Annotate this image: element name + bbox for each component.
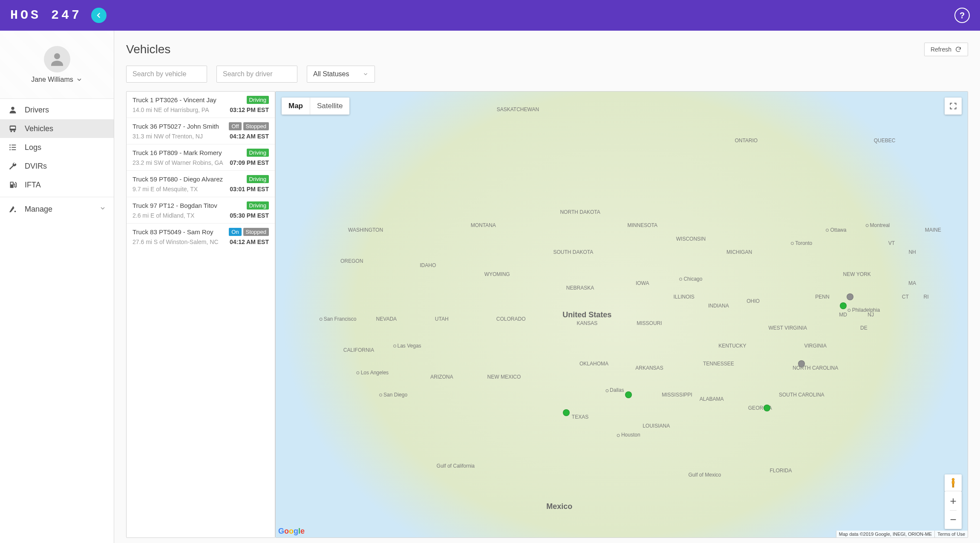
map-label: ARKANSAS — [635, 365, 663, 371]
map-zoom-in-button[interactable]: + — [950, 491, 956, 510]
sidebar: Jane Williams DriversVehiclesLogsDVIRsIF… — [0, 31, 114, 543]
map-label: MISSISSIPPI — [662, 392, 692, 398]
chevron-down-icon — [99, 205, 106, 214]
map-label: Chicago — [679, 276, 702, 282]
map-fullscreen-button[interactable] — [945, 98, 962, 115]
vehicle-time: 03:01 PM EST — [230, 186, 269, 192]
map-label: KANSAS — [576, 320, 597, 326]
map-label: KENTUCKY — [718, 343, 746, 349]
map-label: TEXAS — [572, 414, 588, 420]
map-label: WISCONSIN — [676, 236, 706, 242]
sidebar-item-drivers[interactable]: Drivers — [0, 101, 114, 119]
chevron-down-icon — [363, 71, 369, 77]
map-vehicle-marker[interactable] — [847, 293, 853, 300]
map[interactable]: COLUMBIASASKATCHEWANONTARIOQUEBECWASHING… — [275, 91, 968, 538]
map-label: Gulf of Mexico — [689, 472, 721, 478]
person-icon — [8, 105, 18, 115]
sidebar-item-logs[interactable]: Logs — [0, 138, 114, 157]
vehicle-title: Truck 97 PT12 - Bogdan Titov — [133, 202, 243, 209]
sidebar-item-manage[interactable]: Manage — [0, 200, 114, 218]
svg-rect-7 — [12, 145, 16, 146]
map-label: VT — [888, 240, 895, 246]
google-logo: Google — [278, 527, 305, 536]
vehicle-list-item[interactable]: Truck 59 PT680 - Diego AlvarezDriving9.7… — [127, 171, 275, 197]
map-vehicle-marker[interactable] — [625, 391, 632, 398]
vehicle-time: 04:12 AM EST — [230, 238, 269, 245]
sidebar-item-label: Manage — [25, 205, 52, 214]
map-label: SOUTH CAROLINA — [779, 392, 824, 398]
map-label: Ottawa — [826, 227, 846, 233]
vehicle-list[interactable]: Truck 1 PT3026 - Vincent JayDriving14.0 … — [126, 91, 275, 538]
back-button[interactable] — [91, 8, 107, 23]
profile-name-label: Jane Williams — [31, 76, 73, 83]
svg-rect-16 — [952, 481, 954, 484]
map-terms-link[interactable]: Terms of Use — [934, 531, 968, 537]
svg-rect-9 — [12, 147, 16, 148]
vehicle-list-item[interactable]: Truck 36 PT5027 - John SmithOffStopped31… — [127, 118, 275, 144]
map-type-satellite[interactable]: Satellite — [310, 98, 349, 115]
sidebar-item-dvirs[interactable]: DVIRs — [0, 157, 114, 175]
svg-point-10 — [9, 149, 11, 150]
map-label: NEW YORK — [843, 271, 871, 277]
map-label: WYOMING — [484, 271, 510, 277]
search-driver-input[interactable] — [216, 66, 297, 83]
vehicle-list-item[interactable]: Truck 83 PT5049 - Sam RoyOnStopped27.6 m… — [127, 224, 275, 250]
map-zoom-out-button[interactable]: − — [950, 510, 956, 529]
svg-point-15 — [952, 478, 954, 481]
bus-icon — [8, 124, 18, 134]
map-label: MICHIGAN — [726, 249, 752, 255]
map-label: FLORIDA — [770, 468, 792, 474]
svg-point-5 — [14, 131, 15, 132]
vehicle-list-item[interactable]: Truck 1 PT3026 - Vincent JayDriving14.0 … — [127, 92, 275, 118]
map-label: NORTH DAKOTA — [560, 209, 600, 215]
filters-row: All Statuses — [126, 66, 968, 83]
svg-point-1 — [11, 107, 14, 110]
help-button[interactable]: ? — [954, 8, 970, 23]
map-label: NH — [908, 249, 916, 255]
map-label: MD — [839, 312, 847, 318]
nav-separator — [0, 197, 114, 197]
main-content: Vehicles Refresh All Statuses Truck 1 PT… — [114, 31, 980, 543]
map-label: Las Vegas — [393, 343, 421, 349]
map-label: CT — [902, 294, 909, 300]
map-vehicle-marker[interactable] — [764, 405, 770, 411]
map-attribution: Map data ©2019 Google, INEGI, ORION-ME — [836, 531, 934, 537]
sidebar-item-vehicles[interactable]: Vehicles — [0, 119, 114, 138]
status-badge: Driving — [247, 201, 269, 210]
status-badge: Driving — [247, 175, 269, 183]
map-label: RI — [924, 294, 929, 300]
vehicle-list-item[interactable]: Truck 16 PT809 - Mark RomeryDriving23.2 … — [127, 144, 275, 171]
status-badge: Driving — [247, 96, 269, 104]
sidebar-item-ifta[interactable]: IFTA — [0, 175, 114, 194]
vehicle-badges: OffStopped — [229, 122, 269, 130]
vehicle-title: Truck 1 PT3026 - Vincent Jay — [133, 96, 243, 103]
vehicle-list-item[interactable]: Truck 97 PT12 - Bogdan TitovDriving2.6 m… — [127, 197, 275, 224]
top-bar-left: HOS 247 — [10, 8, 107, 23]
map-vehicle-marker[interactable] — [840, 302, 847, 309]
vehicle-time: 05:30 PM EST — [230, 212, 269, 219]
map-streetview-button[interactable] — [945, 474, 962, 491]
status-badge: Driving — [247, 149, 269, 157]
refresh-button[interactable]: Refresh — [924, 43, 968, 56]
wrench-icon — [8, 161, 18, 171]
search-vehicle-input[interactable] — [126, 66, 207, 83]
svg-point-6 — [9, 144, 11, 146]
vehicle-location: 9.7 mi E of Mesquite, TX — [133, 186, 198, 192]
map-vehicle-marker[interactable] — [563, 409, 570, 416]
status-filter-select[interactable]: All Statuses — [307, 66, 375, 83]
profile-name-dropdown[interactable]: Jane Williams — [31, 76, 83, 83]
status-badge: Stopped — [243, 228, 269, 236]
map-label: United States — [562, 310, 611, 319]
pegman-icon — [948, 477, 958, 488]
map-type-map[interactable]: Map — [282, 98, 310, 115]
map-label: Dallas — [605, 387, 624, 393]
svg-rect-17 — [952, 484, 953, 487]
map-vehicle-marker[interactable] — [798, 360, 805, 367]
sidebar-item-label: Drivers — [25, 106, 49, 115]
vehicle-title: Truck 83 PT5049 - Sam Roy — [133, 228, 225, 236]
map-label: WEST VIRGINIA — [769, 325, 807, 331]
vehicle-badges: Driving — [247, 175, 269, 183]
refresh-icon — [955, 46, 962, 53]
map-label: MISSOURI — [637, 320, 662, 326]
map-label: LOUISIANA — [643, 423, 670, 429]
